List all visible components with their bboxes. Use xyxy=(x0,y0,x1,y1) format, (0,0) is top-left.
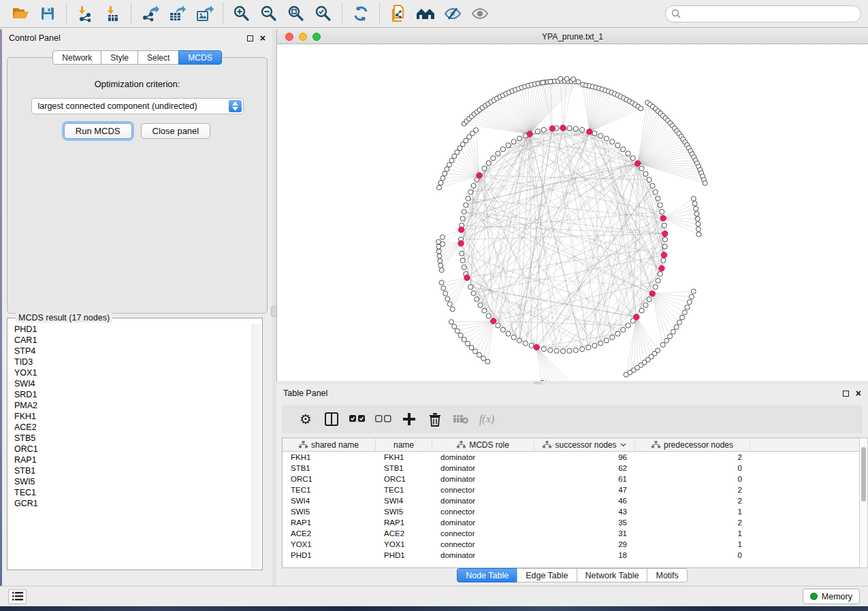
settings-gear-icon[interactable]: ⚙ xyxy=(293,408,319,431)
apply-layout-refresh-icon[interactable] xyxy=(347,2,374,25)
memory-status-dot xyxy=(810,593,818,600)
table-row[interactable]: FKH1FKH1dominator962 xyxy=(283,452,859,463)
mcds-result-item[interactable]: ACE2 xyxy=(9,422,251,433)
table-cell: 43 xyxy=(534,508,635,516)
tab-motifs[interactable]: Motifs xyxy=(647,568,687,582)
mcds-result-item[interactable]: PMA2 xyxy=(9,400,251,411)
network-window-title: YPA_prune.txt_1 xyxy=(277,32,868,42)
mcds-result-item[interactable]: GCR1 xyxy=(9,498,251,509)
delete-trash-icon[interactable] xyxy=(422,408,448,431)
mcds-result-item[interactable]: SWI5 xyxy=(9,476,251,487)
select-all-checked-icon[interactable] xyxy=(344,408,370,431)
tab-mcds[interactable]: MCDS xyxy=(178,50,221,65)
mcds-result-item[interactable]: RAP1 xyxy=(9,455,251,465)
network-graph[interactable] xyxy=(277,44,868,381)
mcds-result-item[interactable]: FKH1 xyxy=(9,411,251,422)
table-cell: 46 xyxy=(534,497,635,505)
show-all-eye-icon[interactable] xyxy=(466,2,494,25)
mcds-result-item[interactable]: TEC1 xyxy=(9,487,251,498)
export-image-icon[interactable] xyxy=(191,2,218,25)
control-panel-tabs: Network Style Select MCDS xyxy=(2,50,272,65)
float-panel-icon[interactable] xyxy=(247,35,253,42)
tab-select[interactable]: Select xyxy=(138,50,179,65)
zoom-selected-icon[interactable] xyxy=(310,2,337,25)
table-row[interactable]: SWI5SWI5connector431 xyxy=(283,506,859,517)
float-panel-icon[interactable] xyxy=(843,391,849,397)
table-row[interactable]: TEC1TEC1connector472 xyxy=(283,484,859,495)
table-row[interactable]: YOX1YOX1connector291 xyxy=(283,539,859,550)
tab-edge-table[interactable]: Edge Table xyxy=(517,568,577,582)
table-scrollbar[interactable] xyxy=(859,437,868,568)
table-row[interactable]: PHD1PHD1dominator180 xyxy=(283,550,859,561)
criterion-select[interactable]: largest connected component (undirected) xyxy=(31,98,244,114)
mcds-result-item[interactable]: STB5 xyxy=(9,433,251,444)
optimization-criterion-label: Optimization criterion: xyxy=(7,79,267,89)
table-cell: YOX1 xyxy=(376,540,432,548)
mcds-result-item[interactable]: ORC1 xyxy=(9,444,251,455)
mcds-result-item[interactable]: SWI4 xyxy=(9,378,251,389)
mcds-result-item[interactable]: SRD1 xyxy=(9,389,251,400)
column-header-name[interactable]: name xyxy=(376,438,432,451)
mcds-result-scrollbar[interactable] xyxy=(252,324,261,568)
split-columns-icon[interactable] xyxy=(319,408,344,431)
add-column-plus-icon[interactable] xyxy=(396,408,422,431)
tree-icon xyxy=(299,441,308,448)
table-cell: SWI5 xyxy=(283,508,376,516)
table-cell: dominator xyxy=(432,497,534,505)
table-row[interactable]: SWI4SWI4dominator462 xyxy=(283,495,859,506)
import-table-icon[interactable] xyxy=(99,2,126,25)
table-row[interactable]: ACE2ACE2connector311 xyxy=(283,528,859,539)
close-panel-button[interactable]: Close panel xyxy=(141,123,211,139)
search-input[interactable] xyxy=(665,5,861,22)
tab-network-table[interactable]: Network Table xyxy=(577,568,648,582)
run-mcds-button[interactable]: Run MCDS xyxy=(64,123,132,139)
table-cell: 62 xyxy=(534,464,635,472)
deselect-all-unchecked-icon[interactable] xyxy=(370,408,396,431)
tab-style[interactable]: Style xyxy=(101,50,138,65)
import-network-icon[interactable] xyxy=(71,2,99,25)
new-network-from-selection-icon[interactable] xyxy=(385,2,412,25)
table-cell: connector xyxy=(432,529,534,538)
table-cell: 1 xyxy=(635,529,750,538)
export-table-icon[interactable] xyxy=(163,2,191,25)
table-row[interactable]: ORC1ORC1dominator610 xyxy=(283,474,859,484)
close-panel-icon[interactable]: × xyxy=(856,390,861,397)
table-cell: 29 xyxy=(534,540,635,548)
tab-network[interactable]: Network xyxy=(52,50,101,65)
table-cell: 2 xyxy=(635,453,750,461)
zoom-fit-icon[interactable] xyxy=(283,2,310,25)
column-header-mcds-role[interactable]: MCDS role xyxy=(432,438,534,451)
table-cell: 61 xyxy=(534,475,635,483)
table-row[interactable]: RAP1RAP1dominator352 xyxy=(283,517,859,528)
function-fx-disabled-icon: f(x) xyxy=(474,408,500,431)
column-header-successor-nodes[interactable]: successor nodes xyxy=(534,438,635,451)
hide-selection-eye-slash-icon[interactable] xyxy=(439,2,466,25)
mcds-result-item[interactable]: YOX1 xyxy=(9,367,251,378)
table-row[interactable]: STB1STB1dominator620 xyxy=(283,463,859,474)
export-network-icon[interactable] xyxy=(136,2,163,25)
app-window: Control Panel × Network Style Select MCD… xyxy=(0,0,868,611)
save-session-icon[interactable] xyxy=(34,2,61,25)
table-cell: 2 xyxy=(635,497,750,505)
zoom-in-icon[interactable] xyxy=(228,2,255,25)
group-houses-icon[interactable] xyxy=(412,2,439,25)
open-file-icon[interactable] xyxy=(7,2,34,25)
zoom-out-icon[interactable] xyxy=(255,2,283,25)
column-header-predecessor-nodes[interactable]: predecessor nodes xyxy=(635,438,750,451)
mcds-result-item[interactable]: STP4 xyxy=(9,346,251,357)
toolbar-separator xyxy=(66,3,67,24)
task-history-button[interactable] xyxy=(8,589,27,604)
close-panel-icon[interactable]: × xyxy=(260,35,266,42)
mcds-result-item[interactable]: CAR1 xyxy=(9,335,251,346)
tab-node-table[interactable]: Node Table xyxy=(457,568,517,582)
mcds-result-item[interactable]: TID3 xyxy=(9,357,251,367)
table-cell: FKH1 xyxy=(283,453,376,461)
column-header-shared-name[interactable]: shared name xyxy=(283,438,376,451)
table-cell: SWI4 xyxy=(376,497,432,505)
network-canvas[interactable] xyxy=(277,44,868,381)
scrollbar-thumb[interactable] xyxy=(861,447,866,501)
network-window-titlebar[interactable]: YPA_prune.txt_1 xyxy=(277,29,868,44)
memory-button[interactable]: Memory xyxy=(803,589,860,604)
mcds-result-item[interactable]: STB1 xyxy=(9,465,251,476)
mcds-result-item[interactable]: PHD1 xyxy=(9,324,251,335)
